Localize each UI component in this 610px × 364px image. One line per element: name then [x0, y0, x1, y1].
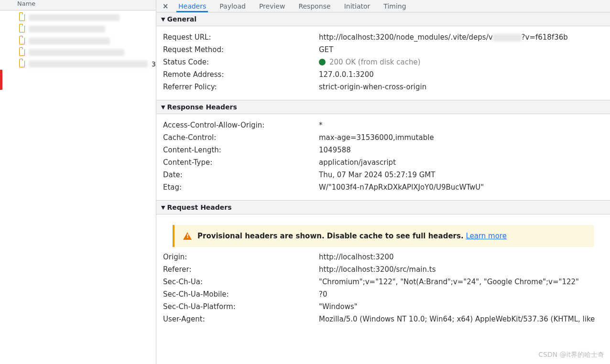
column-header-name[interactable]: Name: [0, 0, 156, 11]
js-file-icon: [19, 26, 25, 32]
kv-sec-ch-ua: Sec-Ch-Ua:"Chromium";v="122", "Not(A:Bra…: [161, 276, 605, 288]
status-dot-icon: [319, 59, 326, 65]
js-file-icon: [19, 61, 25, 67]
js-file-icon: [19, 49, 25, 56]
kv-sec-ch-ua-platform: Sec-Ch-Ua-Platform:"Windows": [161, 300, 605, 313]
section-request-headers-header[interactable]: ▼ Request Headers: [156, 200, 610, 214]
kv-referer: Referer:http://localhost:3200/src/main.t…: [161, 263, 605, 276]
kv-request-url: Request URL: http://localhost:3200/node_…: [161, 31, 605, 43]
truncated-char: 3: [152, 60, 156, 68]
tab-response[interactable]: Response: [292, 0, 337, 12]
request-list: 3: [0, 11, 156, 68]
learn-more-link[interactable]: Learn more: [466, 232, 507, 240]
provisional-headers-banner: Provisional headers are shown. Disable c…: [173, 225, 594, 247]
kv-date: Date:Thu, 07 Mar 2024 05:27:19 GMT: [161, 169, 605, 181]
js-file-icon: [19, 14, 25, 21]
kv-request-method: Request Method: GET: [161, 43, 605, 56]
tab-payload[interactable]: Payload: [213, 0, 252, 12]
section-request-title: Request Headers: [167, 203, 231, 211]
kv-acao: Access-Control-Allow-Origin:*: [161, 119, 605, 131]
section-general-body: Request URL: http://localhost:3200/node_…: [156, 26, 610, 100]
kv-status-code: Status Code: 200 OK (from disk cache): [161, 56, 605, 68]
tab-headers[interactable]: Headers: [172, 0, 213, 12]
details-panel: × Headers Payload Preview Response Initi…: [156, 0, 610, 364]
kv-origin: Origin:http://localhost:3200: [161, 251, 605, 263]
tab-initiator[interactable]: Initiator: [338, 0, 377, 12]
tabs-bar: × Headers Payload Preview Response Initi…: [156, 0, 610, 12]
chevron-down-icon: ▼: [161, 104, 165, 110]
section-response-headers-header[interactable]: ▼ Response Headers: [156, 100, 610, 114]
kv-content-type: Content-Type:application/javascript: [161, 156, 605, 169]
kv-cache-control: Cache-Control:max-age=31536000,immutable: [161, 131, 605, 144]
js-file-icon: [19, 38, 25, 44]
tab-preview[interactable]: Preview: [252, 0, 292, 12]
tab-timing[interactable]: Timing: [377, 0, 413, 12]
section-response-title: Response Headers: [167, 103, 237, 111]
kv-sec-ch-ua-mobile: Sec-Ch-Ua-Mobile:?0: [161, 288, 605, 300]
section-request-body: Provisional headers are shown. Disable c…: [156, 214, 610, 332]
request-list-panel: Name 3: [0, 0, 156, 364]
kv-etag: Etag:W/"1003f4-n7ApRxDXkAPlXJoY0/U9BucWT…: [161, 181, 605, 193]
red-selection-marker: [0, 70, 2, 90]
close-details-button[interactable]: ×: [159, 0, 172, 12]
chevron-down-icon: ▼: [161, 16, 165, 22]
section-general-title: General: [167, 15, 196, 23]
redacted-segment: [493, 34, 522, 42]
chevron-down-icon: ▼: [161, 204, 165, 211]
warning-icon: [183, 232, 192, 240]
kv-referrer-policy: Referrer Policy: strict-origin-when-cros…: [161, 81, 605, 93]
kv-content-length: Content-Length:1049588: [161, 144, 605, 156]
kv-remote-address: Remote Address: 127.0.0.1:3200: [161, 68, 605, 81]
kv-user-agent: User-Agent:Mozilla/5.0 (Windows NT 10.0;…: [161, 313, 605, 325]
section-response-body: Access-Control-Allow-Origin:* Cache-Cont…: [156, 114, 610, 200]
section-general-header[interactable]: ▼ General: [156, 12, 610, 26]
